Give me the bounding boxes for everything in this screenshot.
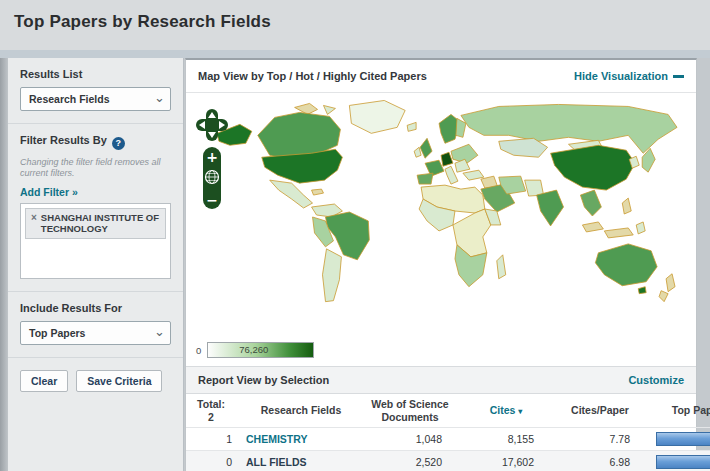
- sidebar-buttons: Clear Save Criteria: [8, 358, 183, 404]
- legend-min-value: 0: [196, 345, 201, 356]
- country-turkey[interactable]: [463, 170, 484, 180]
- country-malaysia[interactable]: [582, 222, 603, 232]
- filter-tag[interactable]: × SHANGHAI INSTITUTE OF TECHNOLOGY: [25, 208, 166, 240]
- top-papers-bar: 14: [656, 455, 710, 469]
- report-view-title: Report View by Selection: [198, 374, 329, 386]
- sort-down-icon: ▾: [518, 407, 522, 416]
- zoom-control[interactable]: + −: [203, 147, 221, 209]
- pan-dpad-control[interactable]: [196, 109, 228, 141]
- results-list-selected-value: Research Fields: [29, 93, 110, 105]
- legend-gradient-bar: 76,260: [207, 342, 314, 358]
- column-research-fields: Research Fields: [236, 394, 360, 428]
- save-criteria-button[interactable]: Save Criteria: [76, 370, 162, 392]
- country-madagascar[interactable]: [497, 255, 506, 279]
- filter-label-row: Filter Results By?: [20, 134, 171, 150]
- column-wos-documents: Web of Science Documents: [360, 394, 460, 428]
- top-papers-bar: 4: [656, 432, 710, 446]
- table-header-row: Total: 2 Research Fields Web of Science …: [186, 394, 710, 428]
- sidebar: Results List Research Fields ⌄ Filter Re…: [8, 58, 184, 471]
- header-divider: [0, 50, 710, 58]
- country-tasmania[interactable]: [638, 287, 646, 294]
- zoom-out-icon[interactable]: −: [206, 192, 218, 208]
- total-value: 2: [190, 411, 232, 424]
- country-uk[interactable]: [420, 138, 432, 158]
- country-new-guinea[interactable]: [636, 222, 645, 234]
- country-russia[interactable]: [461, 104, 677, 153]
- legend-max-value: 76,260: [208, 344, 299, 355]
- filter-label: Filter Results By: [20, 134, 107, 146]
- country-china[interactable]: [551, 145, 636, 190]
- include-results-section: Include Results For Top Papers ⌄: [8, 292, 183, 358]
- column-cites-per-paper: Cites/Paper: [552, 394, 648, 428]
- filter-note: Changing the filter field removes all cu…: [20, 157, 171, 180]
- map-view-title: Map View by Top / Hot / Highly Cited Pap…: [198, 70, 427, 82]
- hide-visualization-label: Hide Visualization: [574, 70, 668, 82]
- total-header: Total: 2: [186, 394, 236, 428]
- map-area: + −: [186, 93, 696, 366]
- results-list-label: Results List: [20, 68, 171, 80]
- country-philippines[interactable]: [622, 198, 631, 214]
- filter-tag-label: SHANGHAI INSTITUTE OF TECHNOLOGY: [41, 212, 160, 236]
- country-india[interactable]: [537, 190, 564, 226]
- results-list-section: Results List Research Fields ⌄: [8, 58, 183, 124]
- top-papers-bar-track: 4: [656, 432, 710, 446]
- help-icon[interactable]: ?: [112, 137, 125, 150]
- map-controls: + −: [194, 107, 230, 215]
- include-results-label: Include Results For: [20, 302, 171, 314]
- country-new-zealand[interactable]: [659, 274, 675, 302]
- column-cites-sortable[interactable]: Cites ▾: [460, 394, 552, 428]
- table-row: 0 ALL FIELDS 2,520 17,602 6.98 14: [186, 451, 710, 471]
- country-ireland[interactable]: [414, 147, 421, 157]
- cites-value: 17,602: [460, 451, 552, 471]
- main-panel: Map View by Top / Hot / Highly Cited Pap…: [185, 58, 697, 471]
- filter-tag-list: × SHANGHAI INSTITUTE OF TECHNOLOGY: [20, 203, 171, 279]
- country-germany[interactable]: [441, 152, 453, 166]
- country-caribbean[interactable]: [312, 189, 324, 195]
- chevron-down-icon: ⌄: [154, 90, 165, 105]
- world-map[interactable]: [200, 95, 688, 333]
- row-index: 1: [186, 428, 236, 451]
- results-list-select[interactable]: Research Fields ⌄: [20, 87, 171, 111]
- filter-section: Filter Results By? Changing the filter f…: [8, 124, 183, 292]
- page-title: Top Papers by Research Fields: [14, 12, 271, 32]
- chevron-down-icon: ⌄: [154, 324, 165, 339]
- include-results-select[interactable]: Top Papers ⌄: [20, 321, 171, 345]
- report-table: Total: 2 Research Fields Web of Science …: [186, 394, 710, 471]
- cites-value: 8,155: [460, 428, 552, 451]
- zoom-in-icon[interactable]: +: [206, 149, 218, 165]
- country-australia[interactable]: [595, 244, 657, 286]
- minus-icon: [673, 75, 684, 78]
- wos-documents-value: 2,520: [360, 451, 460, 471]
- top-papers-bar-track: 14: [656, 455, 710, 469]
- app-window: Top Papers by Research Fields Results Li…: [0, 0, 710, 471]
- customize-label: Customize: [628, 374, 684, 386]
- row-index: 0: [186, 451, 236, 471]
- field-all-fields: ALL FIELDS: [246, 456, 306, 468]
- wos-documents-value: 1,048: [360, 428, 460, 451]
- include-results-selected-value: Top Papers: [29, 327, 85, 339]
- report-view-header: Report View by Selection Customize: [186, 366, 696, 394]
- table-row: 1 CHEMISTRY 1,048 8,155 7.78 4: [186, 428, 710, 451]
- clear-button[interactable]: Clear: [20, 370, 68, 392]
- customize-link[interactable]: Customize: [628, 374, 684, 386]
- country-indonesia[interactable]: [604, 228, 633, 238]
- column-top-papers: Top Papers: [648, 394, 710, 428]
- map-legend: 0 76,260: [196, 342, 314, 358]
- country-argentina-chile[interactable]: [322, 249, 341, 302]
- remove-filter-icon[interactable]: ×: [31, 212, 37, 236]
- country-greenland[interactable]: [349, 100, 405, 133]
- country-indochina[interactable]: [580, 190, 601, 216]
- page-header: Top Papers by Research Fields: [0, 0, 710, 50]
- country-iceland[interactable]: [407, 122, 416, 131]
- field-link-chemistry[interactable]: CHEMISTRY: [246, 433, 307, 445]
- total-label: Total:: [190, 398, 232, 411]
- cites-per-paper-value: 6.98: [552, 451, 648, 471]
- country-spain[interactable]: [417, 173, 433, 184]
- cites-sort-label[interactable]: Cites: [490, 404, 516, 416]
- hide-visualization-link[interactable]: Hide Visualization: [574, 70, 684, 82]
- map-view-header: Map View by Top / Hot / Highly Cited Pap…: [186, 60, 696, 93]
- add-filter-link[interactable]: Add Filter »: [20, 186, 171, 198]
- country-mexico[interactable]: [270, 180, 313, 208]
- cites-per-paper-value: 7.78: [552, 428, 648, 451]
- country-canada-islands[interactable]: [323, 105, 335, 114]
